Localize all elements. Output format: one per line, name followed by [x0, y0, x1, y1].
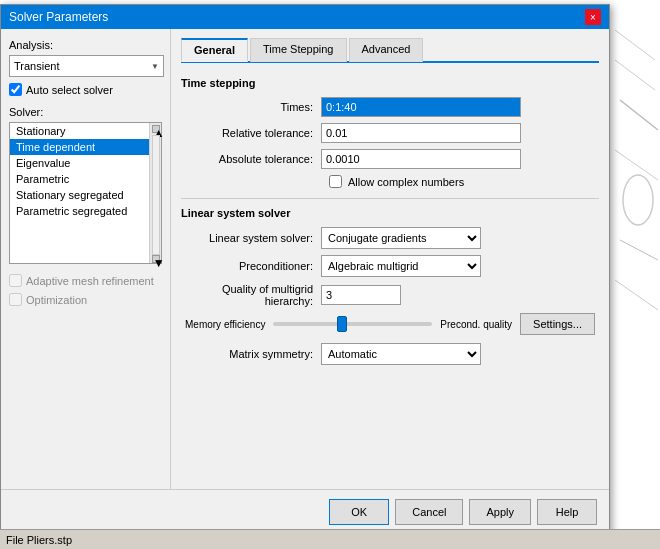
tab-advanced[interactable]: Advanced — [349, 38, 424, 62]
tab-content-general: Time stepping Times: Relative tolerance:… — [181, 73, 599, 375]
linear-system-solver-select[interactable]: Conjugate gradients GMRES Direct — [321, 227, 481, 249]
slider-container — [273, 322, 432, 326]
apply-button[interactable]: Apply — [469, 499, 531, 525]
optimization-row: Optimization — [9, 293, 162, 306]
times-input[interactable] — [321, 97, 521, 117]
solver-list-scrollbar[interactable]: ▲ ▼ — [149, 123, 161, 263]
linear-system-solver-label: Linear system solver: — [181, 232, 321, 244]
relative-tolerance-label: Relative tolerance: — [181, 127, 321, 139]
adaptive-mesh-label: Adaptive mesh refinement — [26, 275, 154, 287]
svg-line-6 — [615, 280, 658, 310]
adaptive-mesh-row: Adaptive mesh refinement — [9, 274, 162, 287]
slider-thumb[interactable] — [337, 316, 347, 332]
optimization-checkbox[interactable] — [9, 293, 22, 306]
status-bar: File Pliers.stp — [0, 529, 660, 549]
precond-quality-label: Precond. quality — [440, 319, 512, 330]
relative-tolerance-input[interactable] — [321, 123, 521, 143]
linear-solver-title: Linear system solver — [181, 207, 599, 219]
ok-button[interactable]: OK — [329, 499, 389, 525]
matrix-symmetry-label: Matrix symmetry: — [181, 348, 321, 360]
matrix-symmetry-row: Matrix symmetry: Automatic Symmetric Non… — [181, 343, 599, 365]
solver-list-container: Stationary Time dependent Eigenvalue Par… — [9, 122, 162, 264]
linear-system-solver-row: Linear system solver: Conjugate gradient… — [181, 227, 599, 249]
divider-1 — [181, 198, 599, 199]
slider-track — [273, 322, 432, 326]
solver-item-time-dependent[interactable]: Time dependent — [10, 139, 149, 155]
allow-complex-row: Allow complex numbers — [329, 175, 599, 188]
absolute-tolerance-input[interactable] — [321, 149, 521, 169]
svg-point-4 — [623, 175, 653, 225]
scroll-down[interactable]: ▼ — [152, 255, 160, 263]
dialog-body: Analysis: Transient ▼ Auto select solver… — [1, 29, 609, 489]
times-label: Times: — [181, 101, 321, 113]
absolute-tolerance-label: Absolute tolerance: — [181, 153, 321, 165]
svg-line-0 — [615, 30, 655, 60]
solver-parameters-dialog: Solver Parameters × Analysis: Transient … — [0, 4, 610, 534]
optimization-label: Optimization — [26, 294, 87, 306]
tabs: General Time Stepping Advanced — [181, 37, 599, 63]
analysis-value: Transient — [14, 60, 59, 72]
preconditioner-label: Preconditioner: — [181, 260, 321, 272]
left-panel: Analysis: Transient ▼ Auto select solver… — [1, 29, 171, 489]
help-button[interactable]: Help — [537, 499, 597, 525]
auto-select-checkbox[interactable] — [9, 83, 22, 96]
status-text: File Pliers.stp — [6, 534, 72, 546]
quality-row: Quality of multigrid hierarchy: — [181, 283, 599, 307]
auto-select-label: Auto select solver — [26, 84, 113, 96]
dialog-title: Solver Parameters — [9, 10, 108, 24]
svg-line-2 — [620, 100, 658, 130]
svg-line-1 — [615, 60, 655, 90]
matrix-symmetry-select[interactable]: Automatic Symmetric Nonsymmetric — [321, 343, 481, 365]
solver-list[interactable]: Stationary Time dependent Eigenvalue Par… — [10, 123, 149, 263]
allow-complex-label: Allow complex numbers — [348, 176, 464, 188]
times-row: Times: — [181, 97, 599, 117]
solver-item-parametric-segregated[interactable]: Parametric segregated — [10, 203, 149, 219]
solver-item-parametric[interactable]: Parametric — [10, 171, 149, 187]
time-stepping-title: Time stepping — [181, 77, 599, 89]
close-button[interactable]: × — [585, 9, 601, 25]
quality-label: Quality of multigrid hierarchy: — [181, 283, 321, 307]
analysis-label: Analysis: — [9, 39, 162, 51]
slider-row: Memory efficiency Precond. quality Setti… — [181, 313, 599, 335]
preconditioner-select[interactable]: Algebraic multigrid Incomplete LU SSOR — [321, 255, 481, 277]
solver-item-stationary[interactable]: Stationary — [10, 123, 149, 139]
absolute-tolerance-row: Absolute tolerance: — [181, 149, 599, 169]
left-checkboxes: Adaptive mesh refinement Optimization — [9, 274, 162, 306]
svg-line-5 — [620, 240, 658, 260]
tab-time-stepping[interactable]: Time Stepping — [250, 38, 347, 62]
solver-item-eigenvalue[interactable]: Eigenvalue — [10, 155, 149, 171]
dialog-footer: OK Cancel Apply Help — [1, 489, 609, 533]
scroll-up[interactable]: ▲ — [152, 125, 160, 133]
settings-button[interactable]: Settings... — [520, 313, 595, 335]
preconditioner-row: Preconditioner: Algebraic multigrid Inco… — [181, 255, 599, 277]
auto-select-row: Auto select solver — [9, 83, 162, 96]
analysis-dropdown-arrow: ▼ — [151, 62, 159, 71]
adaptive-mesh-checkbox[interactable] — [9, 274, 22, 287]
solver-item-stationary-segregated[interactable]: Stationary segregated — [10, 187, 149, 203]
scroll-thumb[interactable] — [152, 135, 160, 255]
quality-input[interactable] — [321, 285, 401, 305]
right-panel: General Time Stepping Advanced Time step… — [171, 29, 609, 489]
tab-general[interactable]: General — [181, 38, 248, 62]
solver-label: Solver: — [9, 106, 162, 118]
allow-complex-checkbox[interactable] — [329, 175, 342, 188]
dialog-titlebar: Solver Parameters × — [1, 5, 609, 29]
memory-efficiency-label: Memory efficiency — [185, 319, 265, 330]
analysis-dropdown[interactable]: Transient ▼ — [9, 55, 164, 77]
cancel-button[interactable]: Cancel — [395, 499, 463, 525]
relative-tolerance-row: Relative tolerance: — [181, 123, 599, 143]
